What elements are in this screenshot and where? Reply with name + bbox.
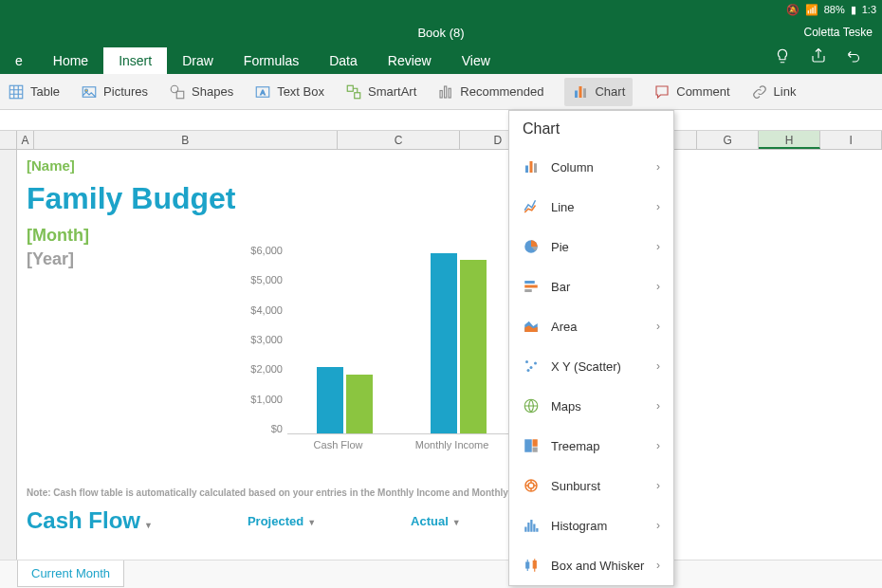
share-icon[interactable] <box>810 47 827 68</box>
chart-button[interactable]: Chart <box>564 78 633 106</box>
chart-menu-line[interactable]: Line› <box>509 187 673 227</box>
svg-rect-16 <box>530 161 533 173</box>
undo-icon[interactable] <box>846 47 863 68</box>
svg-point-22 <box>525 360 528 363</box>
user-name[interactable]: Coletta Teske <box>804 26 873 39</box>
ribbon-tabs: e Home Insert Draw Formulas Data Review … <box>0 46 882 74</box>
chart-menu-histogram[interactable]: Histogram› <box>509 505 673 545</box>
svg-rect-29 <box>533 448 538 452</box>
bar-cashflow-actual <box>346 375 373 433</box>
pictures-icon <box>81 83 98 101</box>
recommended-button[interactable]: Recommended <box>437 83 543 101</box>
tab-formulas[interactable]: Formulas <box>229 47 314 74</box>
svg-rect-10 <box>445 86 447 98</box>
shapes-button[interactable]: Shapes <box>169 83 233 101</box>
link-button[interactable]: Link <box>751 83 797 101</box>
comment-label: Comment <box>676 84 729 99</box>
chevron-right-icon: › <box>656 240 660 253</box>
tab-insert[interactable]: Insert <box>103 47 167 74</box>
projected-header[interactable]: Projected▼ <box>248 514 316 528</box>
tab-review[interactable]: Review <box>373 47 447 74</box>
select-all-cell[interactable] <box>0 131 17 149</box>
link-label: Link <box>774 84 797 99</box>
battery-icon: ▮ <box>851 4 856 16</box>
chevron-right-icon: › <box>656 439 660 452</box>
actual-header[interactable]: Actual▼ <box>411 514 461 528</box>
chevron-right-icon: › <box>656 519 660 532</box>
chart-x-labels: Cash Flow Monthly Income <box>287 439 515 450</box>
chart-plot <box>287 245 515 434</box>
budget-title[interactable]: Family Budget <box>27 181 873 216</box>
smartart-button[interactable]: SmartArt <box>345 83 416 101</box>
worksheet[interactable]: [Name] Family Budget [Month] [Year] $6,0… <box>0 150 882 567</box>
mute-icon: 🔕 <box>786 4 799 16</box>
recommended-label: Recommended <box>460 84 543 99</box>
document-title: Book (8) <box>417 26 464 40</box>
chart-menu-title: Chart <box>509 111 673 147</box>
formula-bar[interactable] <box>0 110 882 131</box>
tab-draw[interactable]: Draw <box>167 47 229 74</box>
col-header-i[interactable]: I <box>820 131 882 149</box>
svg-rect-15 <box>525 166 528 174</box>
tab-data[interactable]: Data <box>314 47 373 74</box>
col-header-h[interactable]: H <box>759 131 820 149</box>
table-button[interactable]: Table <box>8 83 60 101</box>
tab-file[interactable]: e <box>0 47 38 74</box>
battery-pct: 88% <box>824 4 845 15</box>
treemap-icon <box>523 437 540 454</box>
chart-label: Chart <box>595 84 625 99</box>
chevron-right-icon: › <box>656 280 660 293</box>
menu-item-label: Maps <box>551 399 645 413</box>
chart-menu-treemap[interactable]: Treemap› <box>509 426 673 466</box>
menu-item-label: Histogram <box>551 519 645 533</box>
name-placeholder[interactable]: [Name] <box>27 157 873 174</box>
chevron-right-icon: › <box>656 200 660 213</box>
chart-menu-area[interactable]: Area› <box>509 306 673 346</box>
chevron-right-icon: › <box>656 359 660 373</box>
svg-rect-37 <box>526 562 529 568</box>
sheet-tab-current-month[interactable]: Current Month <box>17 560 124 587</box>
comment-button[interactable]: Comment <box>653 83 729 101</box>
embedded-chart[interactable]: $6,000 $5,000 $4,000 $3,000 $2,000 $1,00… <box>235 245 520 463</box>
tab-home[interactable]: Home <box>38 47 103 74</box>
svg-rect-35 <box>533 524 535 532</box>
maps-icon <box>523 397 540 414</box>
chart-menu-pie[interactable]: Pie› <box>509 227 673 266</box>
table-label: Table <box>30 84 60 99</box>
chart-menu-sunburst[interactable]: Sunburst› <box>509 466 673 505</box>
scatter-icon <box>523 358 540 375</box>
chart-menu-scatter[interactable]: X Y (Scatter)› <box>509 346 673 386</box>
dropdown-icon[interactable]: ▼ <box>144 521 153 530</box>
link-icon <box>751 83 768 101</box>
chart-menu-boxwhisker[interactable]: Box and Whisker› <box>509 545 673 585</box>
pictures-button[interactable]: Pictures <box>81 83 148 101</box>
cashflow-title[interactable]: Cash Flow▼ <box>27 507 153 534</box>
chart-menu-bar[interactable]: Bar› <box>509 266 673 306</box>
textbox-button[interactable]: A Text Box <box>254 83 324 101</box>
svg-rect-9 <box>440 90 442 98</box>
sunburst-icon <box>523 477 540 494</box>
chevron-right-icon: › <box>656 160 660 174</box>
col-header-g[interactable]: G <box>697 131 759 149</box>
shapes-label: Shapes <box>192 84 233 99</box>
dropdown-icon[interactable]: ▼ <box>452 518 461 527</box>
month-placeholder[interactable]: [Month] <box>27 226 873 246</box>
col-header-c[interactable]: C <box>338 131 461 149</box>
svg-point-25 <box>527 369 530 372</box>
menu-item-label: Line <box>551 200 645 214</box>
menu-item-label: Box and Whisker <box>551 559 645 573</box>
bar-income-projected <box>431 253 457 433</box>
svg-rect-28 <box>533 439 538 447</box>
chart-menu-column[interactable]: Column› <box>509 147 673 187</box>
col-header-a[interactable]: A <box>17 131 34 149</box>
dropdown-icon[interactable]: ▼ <box>307 518 316 527</box>
row-gutter[interactable] <box>0 150 17 567</box>
lightbulb-icon[interactable] <box>774 47 791 68</box>
tab-view[interactable]: View <box>447 47 505 74</box>
col-header-b[interactable]: B <box>34 131 338 149</box>
area-icon <box>523 318 540 335</box>
svg-rect-20 <box>524 285 538 288</box>
chart-menu-maps[interactable]: Maps› <box>509 386 673 426</box>
column-icon <box>523 158 540 175</box>
svg-point-30 <box>528 483 534 488</box>
